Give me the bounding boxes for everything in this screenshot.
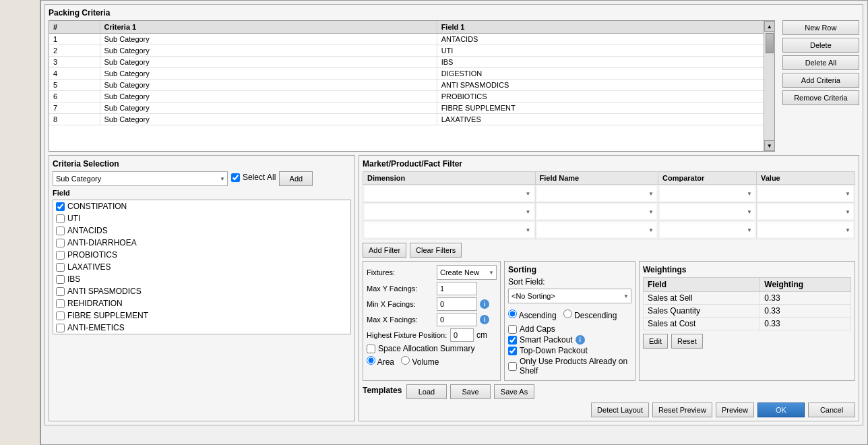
min-x-info-icon[interactable]: i <box>480 299 489 309</box>
filter-fieldname-select[interactable] <box>537 222 657 237</box>
filter-comparator-select[interactable] <box>660 222 755 237</box>
max-y-input[interactable] <box>437 282 477 295</box>
filter-value-wrapper[interactable] <box>758 186 853 201</box>
filter-dimension-wrapper[interactable] <box>365 186 534 201</box>
volume-radio-label[interactable]: Volume <box>401 356 439 367</box>
field-checkbox[interactable] <box>56 263 65 272</box>
filter-dimension-select[interactable] <box>365 186 534 201</box>
filter-value-cell[interactable] <box>757 221 855 239</box>
fixtures-dropdown[interactable]: Create New <box>437 265 497 280</box>
field-checkbox[interactable] <box>56 287 65 296</box>
delete-all-button[interactable]: Delete All <box>782 55 859 70</box>
reset-preview-button[interactable]: Reset Preview <box>652 403 712 417</box>
min-x-input[interactable] <box>437 297 477 311</box>
filter-fieldname-wrapper[interactable] <box>537 204 657 219</box>
filter-comparator-select[interactable] <box>660 186 755 201</box>
volume-radio[interactable] <box>401 356 410 365</box>
table-row[interactable]: 4Sub CategoryDIGESTION <box>49 68 774 80</box>
field-list-item[interactable]: LAXATIVES <box>53 261 350 273</box>
save-button[interactable]: Save <box>450 384 491 399</box>
field-list-item[interactable]: ANTI SPASMODICS <box>53 285 350 297</box>
filter-dimension-select[interactable] <box>365 204 534 219</box>
table-row[interactable]: 6Sub CategoryPROBIOTICS <box>49 91 774 102</box>
add-button[interactable]: Add <box>279 171 313 186</box>
ascending-label[interactable]: Ascending <box>508 309 557 320</box>
fixtures-dropdown-wrapper[interactable]: Create New <box>437 265 497 280</box>
smart-packout-checkbox[interactable] <box>508 336 517 345</box>
detect-layout-button[interactable]: Detect Layout <box>591 403 649 417</box>
filter-value-wrapper[interactable] <box>758 222 853 237</box>
filter-comparator-wrapper[interactable] <box>660 204 755 219</box>
filter-comparator-wrapper[interactable] <box>660 222 755 237</box>
filter-comparator-cell[interactable] <box>658 221 757 239</box>
field-list-item[interactable]: FIBRE SUPPLEMENT <box>53 309 350 322</box>
new-row-button[interactable]: New Row <box>782 20 859 35</box>
field-checkbox[interactable] <box>56 299 65 308</box>
save-as-button[interactable]: Save As <box>494 384 534 399</box>
scroll-thumb[interactable] <box>766 33 774 53</box>
filter-fieldname-cell[interactable] <box>535 203 658 221</box>
descending-label[interactable]: Descending <box>563 309 617 320</box>
clear-filters-button[interactable]: Clear Filters <box>410 243 462 258</box>
filter-comparator-wrapper[interactable] <box>660 186 755 201</box>
criteria-dropdown[interactable]: Sub Category <box>53 171 228 186</box>
ok-button[interactable]: OK <box>757 403 805 417</box>
smart-packout-info-icon[interactable]: i <box>576 335 585 345</box>
table-row[interactable]: 3Sub CategoryIBS <box>49 57 774 68</box>
filter-fieldname-select[interactable] <box>537 186 657 201</box>
load-button[interactable]: Load <box>406 384 447 399</box>
table-row[interactable]: 7Sub CategoryFIBRE SUPPLEMENT <box>49 102 774 114</box>
field-checkbox[interactable] <box>56 251 65 260</box>
table-scrollbar[interactable]: ▲ ▼ <box>764 21 774 151</box>
max-x-info-icon[interactable]: i <box>480 315 489 324</box>
field-list-item[interactable]: IBS <box>53 273 350 285</box>
filter-value-wrapper[interactable] <box>758 204 853 219</box>
remove-criteria-button[interactable]: Remove Criteria <box>782 90 859 105</box>
field-list-item[interactable]: ANTI-EMETICS <box>53 322 350 334</box>
delete-button[interactable]: Delete <box>782 38 859 53</box>
top-down-checkbox[interactable] <box>508 347 517 355</box>
preview-button[interactable]: Preview <box>716 403 754 417</box>
field-list-item[interactable]: ANTACIDS <box>53 225 350 237</box>
field-checkbox[interactable] <box>56 275 65 284</box>
filter-dimension-wrapper[interactable] <box>365 222 534 237</box>
table-row[interactable]: 5Sub CategoryANTI SPASMODICS <box>49 80 774 91</box>
filter-dimension-cell[interactable] <box>363 203 536 221</box>
weightings-edit-button[interactable]: Edit <box>643 334 668 349</box>
filter-dimension-wrapper[interactable] <box>365 204 534 219</box>
filter-value-select[interactable] <box>758 186 853 201</box>
only-use-products-checkbox[interactable] <box>508 362 517 371</box>
filter-fieldname-wrapper[interactable] <box>537 186 657 201</box>
field-list-item[interactable]: PROBIOTICS <box>53 249 350 261</box>
field-list-item[interactable]: ANTI-DIARRHOEA <box>53 237 350 249</box>
add-filter-button[interactable]: Add Filter <box>363 243 406 258</box>
field-checkbox[interactable] <box>56 214 65 223</box>
highest-fixture-input[interactable] <box>450 328 474 342</box>
field-checkbox[interactable] <box>56 239 65 247</box>
field-checkbox[interactable] <box>56 227 65 235</box>
table-row[interactable]: 1Sub CategoryANTACIDS <box>49 34 774 45</box>
area-radio-label[interactable]: Area <box>367 356 394 367</box>
field-list-item[interactable]: CONSTIPATION <box>53 200 350 212</box>
add-criteria-button[interactable]: Add Criteria <box>782 73 859 88</box>
add-caps-checkbox[interactable] <box>508 325 517 334</box>
field-checkbox[interactable] <box>56 324 65 332</box>
weightings-reset-button[interactable]: Reset <box>671 334 703 349</box>
max-x-input[interactable] <box>437 313 477 326</box>
filter-comparator-cell[interactable] <box>658 185 757 203</box>
filter-fieldname-cell[interactable] <box>535 221 658 239</box>
field-list-item[interactable]: UTI <box>53 212 350 225</box>
select-all-checkbox[interactable] <box>231 173 240 182</box>
filter-dimension-cell[interactable] <box>363 221 536 239</box>
scroll-down-arrow[interactable]: ▼ <box>764 140 775 151</box>
filter-value-select[interactable] <box>758 204 853 219</box>
cancel-button[interactable]: Cancel <box>808 403 855 417</box>
area-radio[interactable] <box>367 356 375 365</box>
filter-value-cell[interactable] <box>757 203 855 221</box>
filter-value-cell[interactable] <box>757 185 855 203</box>
table-row[interactable]: 2Sub CategoryUTI <box>49 45 774 57</box>
filter-dimension-cell[interactable] <box>363 185 536 203</box>
filter-dimension-select[interactable] <box>365 222 534 237</box>
descending-radio[interactable] <box>563 309 572 318</box>
filter-fieldname-wrapper[interactable] <box>537 222 657 237</box>
